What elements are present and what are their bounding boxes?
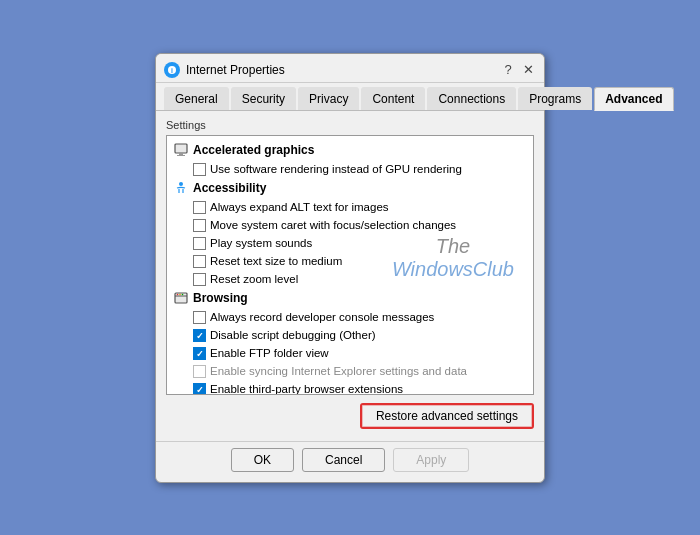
setting-ie-sync: Enable syncing Internet Explorer setting… [169,362,531,380]
help-button[interactable]: ? [500,62,516,78]
setting-dev-console: Always record developer console messages [169,308,531,326]
label-alt-text: Always expand ALT text for images [210,199,389,215]
setting-reset-zoom: Reset zoom level [169,270,531,288]
label-ftp-folder: Enable FTP folder view [210,345,329,361]
dialog-button-row: OK Cancel Apply [156,441,544,482]
svg-text:i: i [171,67,173,74]
svg-point-7 [177,294,179,296]
apply-button[interactable]: Apply [393,448,469,472]
svg-point-8 [179,294,181,296]
monitor-icon [173,142,189,158]
tab-privacy[interactable]: Privacy [298,87,359,110]
browsing-icon [173,290,189,306]
label-caret: Move system caret with focus/selection c… [210,217,456,233]
settings-label: Settings [166,119,534,131]
setting-reset-text-size: Reset text size to medium [169,252,531,270]
svg-rect-3 [179,153,183,155]
settings-list[interactable]: Accelerated graphics Use software render… [166,135,534,395]
dialog-icon: i [164,62,180,78]
section-accessibility: Accessibility [169,178,531,198]
checkbox-ie-sync[interactable] [193,365,206,378]
tab-connections[interactable]: Connections [427,87,516,110]
setting-caret: Move system caret with focus/selection c… [169,216,531,234]
checkbox-reset-text-size[interactable] [193,255,206,268]
tab-programs[interactable]: Programs [518,87,592,110]
close-button[interactable]: ✕ [520,62,536,78]
section-label-accessibility: Accessibility [193,181,266,195]
section-label-accelerated: Accelerated graphics [193,143,314,157]
label-play-sounds: Play system sounds [210,235,312,251]
accessibility-icon [173,180,189,196]
restore-row: Restore advanced settings [166,403,534,429]
setting-third-party: Enable third-party browser extensions [169,380,531,394]
tab-general[interactable]: General [164,87,229,110]
restore-advanced-settings-button[interactable]: Restore advanced settings [360,403,534,429]
label-third-party: Enable third-party browser extensions [210,381,403,394]
section-browsing: Browsing [169,288,531,308]
svg-point-5 [179,182,183,186]
setting-software-rendering: Use software rendering instead of GPU re… [169,160,531,178]
ok-button[interactable]: OK [231,448,294,472]
checkbox-reset-zoom[interactable] [193,273,206,286]
setting-play-sounds: Play system sounds [169,234,531,252]
internet-properties-dialog: i Internet Properties ? ✕ General Securi… [155,53,545,483]
checkbox-alt-text[interactable] [193,201,206,214]
svg-point-9 [182,294,184,296]
dialog-title: Internet Properties [186,63,500,77]
label-ie-sync: Enable syncing Internet Explorer setting… [210,363,467,379]
tab-security[interactable]: Security [231,87,296,110]
checkbox-ftp-folder[interactable] [193,347,206,360]
checkbox-third-party[interactable] [193,383,206,394]
label-disable-script-debug: Disable script debugging (Other) [210,327,376,343]
titlebar: i Internet Properties ? ✕ [156,54,544,83]
checkbox-caret[interactable] [193,219,206,232]
label-reset-text-size: Reset text size to medium [210,253,342,269]
setting-disable-script-debug: Disable script debugging (Other) [169,326,531,344]
checkbox-dev-console[interactable] [193,311,206,324]
checkbox-disable-script-debug[interactable] [193,329,206,342]
label-dev-console: Always record developer console messages [210,309,434,325]
svg-rect-2 [175,144,187,153]
setting-ftp-folder: Enable FTP folder view [169,344,531,362]
titlebar-controls: ? ✕ [500,62,536,78]
tab-bar: General Security Privacy Content Connect… [156,83,544,111]
tab-advanced[interactable]: Advanced [594,87,673,111]
setting-alt-text: Always expand ALT text for images [169,198,531,216]
cancel-button[interactable]: Cancel [302,448,385,472]
checkbox-software-rendering[interactable] [193,163,206,176]
settings-wrapper: Accelerated graphics Use software render… [166,135,534,395]
section-label-browsing: Browsing [193,291,248,305]
svg-rect-4 [177,155,185,156]
tab-content[interactable]: Content [361,87,425,110]
checkbox-play-sounds[interactable] [193,237,206,250]
section-accelerated-graphics: Accelerated graphics [169,140,531,160]
label-reset-zoom: Reset zoom level [210,271,298,287]
label-software-rendering: Use software rendering instead of GPU re… [210,161,462,177]
tab-content-area: Settings Accelerated graphics [156,111,544,441]
